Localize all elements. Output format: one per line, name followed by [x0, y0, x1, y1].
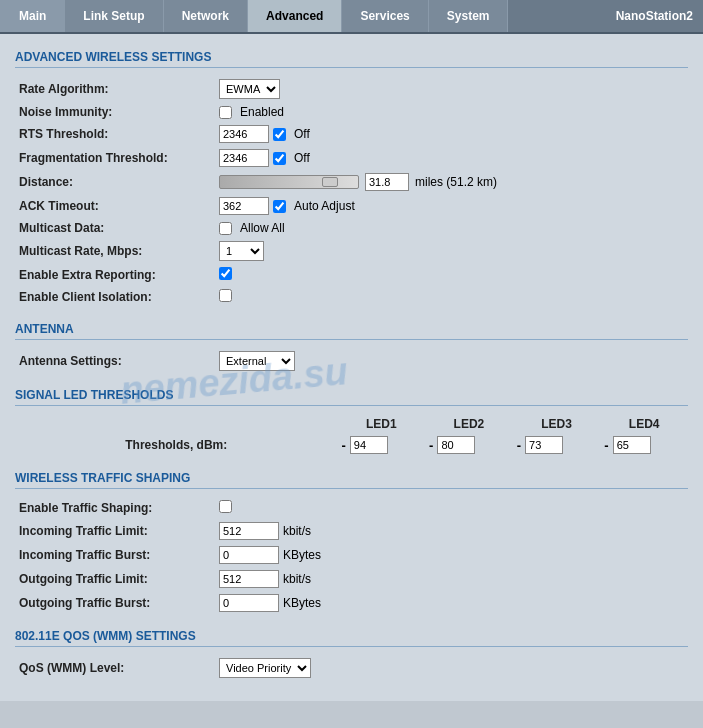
- advanced-wireless-table: Rate Algorithm: EWMA AMRR Fixed Noise Im…: [15, 76, 688, 308]
- led1-input[interactable]: 94: [350, 436, 388, 454]
- client-isolation-checkbox[interactable]: [219, 289, 232, 302]
- ack-auto-adjust-checkbox[interactable]: [273, 200, 286, 213]
- signal-led-table: LED1 LED2 LED3 LED4 Thresholds, dBm: - 9…: [15, 414, 688, 457]
- led1-dash: -: [341, 438, 345, 453]
- distance-label: Distance:: [15, 170, 215, 194]
- distance-unit: miles (51.2 km): [415, 175, 497, 189]
- frag-off-label: Off: [294, 151, 310, 165]
- outgoing-burst-input[interactable]: 0: [219, 594, 279, 612]
- frag-threshold-input[interactable]: 2346: [219, 149, 269, 167]
- top-nav: Main Link Setup Network Advanced Service…: [0, 0, 703, 34]
- led4-dash: -: [604, 438, 608, 453]
- multicast-data-label: Multicast Data:: [15, 218, 215, 238]
- tab-link-setup[interactable]: Link Setup: [65, 0, 163, 32]
- outgoing-burst-unit: KBytes: [283, 596, 321, 610]
- noise-immunity-checkbox-label: Enabled: [240, 105, 284, 119]
- qos-table: QoS (WMM) Level: Video Priority Voice Pr…: [15, 655, 688, 681]
- enable-traffic-shaping-label: Enable Traffic Shaping:: [15, 497, 215, 519]
- led1-header: LED1: [337, 414, 425, 433]
- client-isolation-label: Enable Client Isolation:: [15, 286, 215, 308]
- outgoing-limit-label: Outgoing Traffic Limit:: [15, 567, 215, 591]
- tab-main[interactable]: Main: [0, 0, 65, 32]
- section-advanced-wireless: ADVANCED WIRELESS SETTINGS: [15, 50, 688, 68]
- thresholds-label: Thresholds, dBm:: [15, 433, 337, 457]
- multicast-allow-all-checkbox[interactable]: [219, 222, 232, 235]
- tab-network[interactable]: Network: [164, 0, 248, 32]
- tab-system[interactable]: System: [429, 0, 509, 32]
- traffic-shaping-table: Enable Traffic Shaping: Incoming Traffic…: [15, 497, 688, 615]
- section-antenna: ANTENNA: [15, 322, 688, 340]
- antenna-table: Antenna Settings: External Internal Hori…: [15, 348, 688, 374]
- section-traffic-shaping: WIRELESS TRAFFIC SHAPING: [15, 471, 688, 489]
- distance-input[interactable]: 31.8: [365, 173, 409, 191]
- extra-reporting-label: Enable Extra Reporting:: [15, 264, 215, 286]
- multicast-allow-all-label: Allow All: [240, 221, 285, 235]
- noise-immunity-checkbox[interactable]: [219, 106, 232, 119]
- frag-off-checkbox[interactable]: [273, 152, 286, 165]
- multicast-rate-select[interactable]: 1 2 5.5 11: [219, 241, 264, 261]
- led4-input[interactable]: 65: [613, 436, 651, 454]
- incoming-limit-unit: kbit/s: [283, 524, 311, 538]
- led2-header: LED2: [425, 414, 513, 433]
- led4-header: LED4: [600, 414, 688, 433]
- ack-timeout-input[interactable]: 362: [219, 197, 269, 215]
- rts-off-checkbox[interactable]: [273, 128, 286, 141]
- extra-reporting-checkbox[interactable]: [219, 267, 232, 280]
- device-name: NanoStation2: [616, 0, 703, 32]
- incoming-burst-input[interactable]: 0: [219, 546, 279, 564]
- led3-dash: -: [517, 438, 521, 453]
- tab-services[interactable]: Services: [342, 0, 428, 32]
- antenna-settings-label: Antenna Settings:: [15, 348, 215, 374]
- led2-dash: -: [429, 438, 433, 453]
- led2-input[interactable]: 80: [437, 436, 475, 454]
- outgoing-burst-label: Outgoing Traffic Burst:: [15, 591, 215, 615]
- tab-advanced[interactable]: Advanced: [248, 0, 342, 32]
- enable-traffic-shaping-checkbox[interactable]: [219, 500, 232, 513]
- rts-threshold-input[interactable]: 2346: [219, 125, 269, 143]
- outgoing-limit-unit: kbit/s: [283, 572, 311, 586]
- rate-algorithm-label: Rate Algorithm:: [15, 76, 215, 102]
- section-qos: 802.11E QOS (WMM) SETTINGS: [15, 629, 688, 647]
- incoming-limit-label: Incoming Traffic Limit:: [15, 519, 215, 543]
- incoming-limit-input[interactable]: 512: [219, 522, 279, 540]
- led3-input[interactable]: 73: [525, 436, 563, 454]
- antenna-settings-select[interactable]: External Internal Horizontal Vertical: [219, 351, 295, 371]
- noise-immunity-label: Noise Immunity:: [15, 102, 215, 122]
- frag-threshold-label: Fragmentation Threshold:: [15, 146, 215, 170]
- ack-timeout-label: ACK Timeout:: [15, 194, 215, 218]
- multicast-rate-label: Multicast Rate, Mbps:: [15, 238, 215, 264]
- section-signal-led: SIGNAL LED THRESHOLDS: [15, 388, 688, 406]
- incoming-burst-label: Incoming Traffic Burst:: [15, 543, 215, 567]
- ack-auto-adjust-label: Auto Adjust: [294, 199, 355, 213]
- rts-threshold-label: RTS Threshold:: [15, 122, 215, 146]
- rate-algorithm-select[interactable]: EWMA AMRR Fixed: [219, 79, 280, 99]
- main-content: ADVANCED WIRELESS SETTINGS Rate Algorith…: [0, 34, 703, 701]
- rts-off-label: Off: [294, 127, 310, 141]
- incoming-burst-unit: KBytes: [283, 548, 321, 562]
- qos-level-select[interactable]: Video Priority Voice Priority Best Effor…: [219, 658, 311, 678]
- distance-slider[interactable]: [219, 175, 359, 189]
- qos-level-label: QoS (WMM) Level:: [15, 655, 215, 681]
- outgoing-limit-input[interactable]: 512: [219, 570, 279, 588]
- led3-header: LED3: [513, 414, 601, 433]
